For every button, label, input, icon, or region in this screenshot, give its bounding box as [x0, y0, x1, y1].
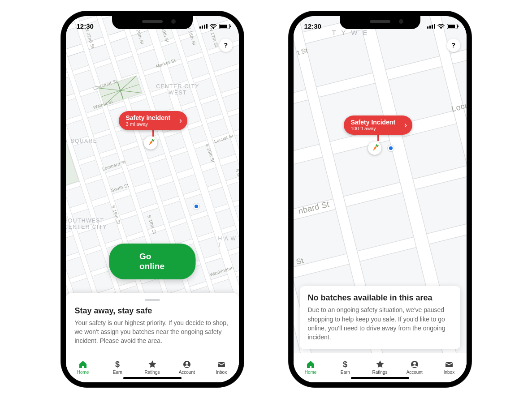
district-label: H A W T [218, 235, 239, 248]
device-notch [112, 16, 193, 29]
district-label: CENTER CITY WEST [151, 83, 205, 96]
home-indicator [123, 377, 182, 379]
incident-distance: 100 ft away [351, 126, 396, 131]
user-location-dot [388, 145, 394, 151]
sheet-body: Your safety is our highest priority. If … [75, 318, 230, 346]
tab-inbox[interactable]: Inbox [432, 353, 466, 381]
carrot-pin-icon [144, 136, 157, 150]
district-label: SOUTHWEST CENTER CITY [66, 218, 127, 230]
status-time: 12:30 [304, 22, 321, 30]
battery-icon [447, 24, 458, 29]
chevron-right-icon: › [179, 116, 182, 125]
wifi-icon [210, 24, 217, 29]
tab-home[interactable]: Home [66, 353, 100, 381]
sheet-body: Due to an ongoing safety situation, we'v… [308, 305, 452, 342]
dollar-icon [113, 360, 122, 369]
safety-incident-pill[interactable]: Safety incident 3 mi away › [119, 111, 188, 137]
carrot-pin-icon [368, 141, 381, 155]
phone-left: Market St Chestnut St Walnut St Locust S… [61, 11, 244, 387]
dollar-icon [341, 360, 350, 369]
district-label: R SQUARE [66, 138, 98, 144]
envelope-icon [217, 360, 226, 369]
home-icon [78, 360, 87, 369]
question-icon: ? [224, 41, 228, 49]
sheet-title: Stay away, stay safe [75, 306, 230, 316]
home-icon [306, 360, 315, 369]
status-time: 12:30 [77, 22, 94, 30]
account-icon [410, 360, 419, 369]
tab-inbox[interactable]: Inbox [204, 353, 238, 381]
incident-title: Safety incident [126, 115, 171, 121]
info-sheet[interactable]: No batches available in this area Due to… [300, 286, 460, 349]
question-icon: ? [451, 41, 455, 49]
battery-icon [219, 24, 230, 29]
device-notch [340, 16, 420, 29]
account-icon [182, 360, 191, 369]
safety-incident-pill[interactable]: Safety Incident 100 ft away › [344, 116, 413, 141]
sheet-handle[interactable] [145, 299, 160, 301]
sheet-title: No batches available in this area [308, 293, 452, 303]
info-sheet[interactable]: Stay away, stay safe Your safety is our … [66, 293, 239, 353]
home-indicator [351, 377, 409, 379]
chevron-right-icon: › [404, 120, 407, 130]
star-icon [148, 360, 157, 369]
go-online-button[interactable]: Go online [109, 244, 195, 279]
help-button[interactable]: ? [447, 39, 460, 52]
star-icon [376, 360, 385, 369]
go-online-label: Go online [139, 252, 164, 271]
wifi-icon [437, 24, 445, 29]
incident-title: Safety Incident [351, 119, 396, 126]
signal-icon [199, 24, 208, 29]
help-button[interactable]: ? [219, 39, 233, 52]
envelope-icon [445, 360, 454, 369]
phone-right: t St Locus nbard St St T Y W E Safety In… [289, 11, 471, 387]
incident-distance: 3 mi away [126, 121, 171, 127]
user-location-dot [193, 203, 199, 210]
tab-home[interactable]: Home [294, 353, 328, 381]
signal-icon [427, 24, 435, 29]
